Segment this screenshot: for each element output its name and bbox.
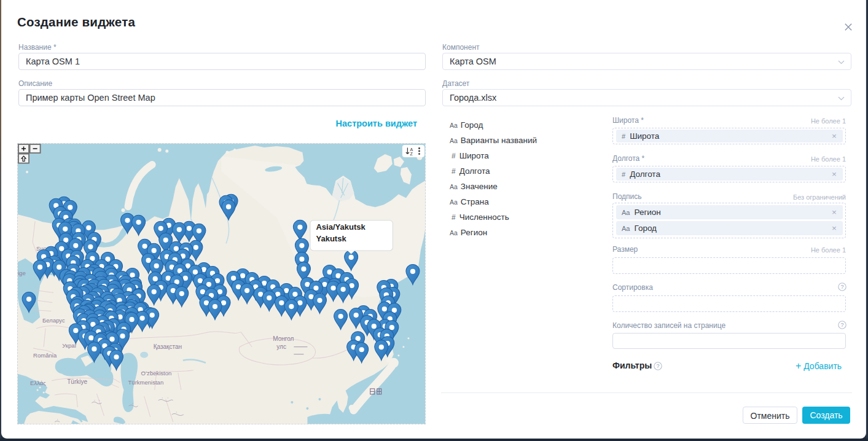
svg-text:Türkiye: Türkiye: [67, 378, 87, 385]
svg-text:A: A: [410, 147, 413, 152]
svg-text:?: ?: [840, 284, 843, 290]
svg-text:Ελλάς: Ελλάς: [30, 380, 46, 386]
svg-text:ige: ige: [18, 270, 26, 276]
svg-text:Yakutsk: Yakutsk: [316, 234, 346, 243]
svg-text:Беларус: Беларус: [42, 317, 65, 324]
svg-text:Қазақстан: Қазақстан: [154, 343, 182, 350]
svg-text:Z: Z: [410, 152, 413, 156]
svg-text:România: România: [33, 352, 57, 359]
svg-text:Asia/Yakutsk: Asia/Yakutsk: [316, 222, 366, 232]
svg-text:?: ?: [656, 363, 659, 369]
svg-text:Türkmenistan: Türkmenistan: [128, 379, 164, 386]
svg-text:Монгол: Монгол: [273, 335, 294, 342]
svg-text:?: ?: [840, 322, 843, 328]
svg-text:Украї: Украї: [62, 342, 76, 349]
svg-text:улс: улс: [276, 343, 286, 350]
svg-text:O’zbekiston: O’zbekiston: [141, 370, 172, 377]
